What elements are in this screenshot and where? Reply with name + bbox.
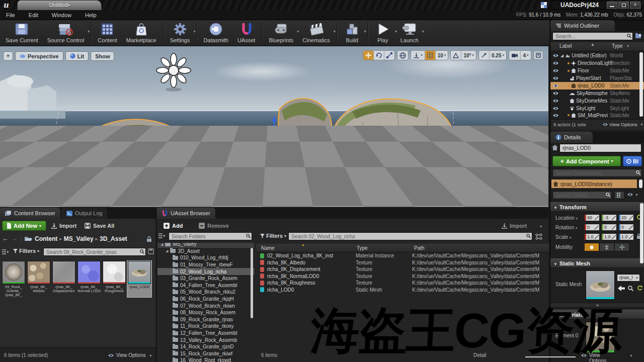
scale-tool-button[interactable] — [384, 51, 394, 60]
view-options-button[interactable]: View Options — [116, 352, 146, 358]
lit-mode-button[interactable]: Lit — [65, 51, 89, 61]
asset-tile-granite-material[interactable]: 09_Rock_ Granite_ rjnas_8K_ — [2, 261, 26, 297]
chevron-down-icon[interactable]: ▾ — [540, 224, 542, 229]
show-menu-button[interactable]: Show — [91, 51, 114, 61]
surface-snap-button[interactable]: ▾ — [411, 51, 425, 60]
outliner-row-skyatmosphere[interactable]: SkyAtmosphe SkyAtmo — [550, 89, 644, 97]
location-y-field[interactable]: -3 — [601, 214, 617, 221]
add-component-button[interactable]: + Add Component ▾ — [552, 156, 621, 166]
asset-search-input[interactable] — [43, 248, 146, 256]
chevron-down-icon[interactable]: ▾ — [334, 29, 336, 34]
tab-uasset-browser[interactable]: UAsset Browser — [156, 208, 215, 219]
static-mesh-section-header[interactable]: ▼Static Mesh — [550, 258, 644, 268]
camera-speed-value[interactable]: 4▾ — [521, 51, 531, 60]
scale-z-field[interactable]: 1.0 — [618, 233, 634, 240]
menu-window[interactable]: Window — [46, 10, 77, 20]
eye-icon[interactable] — [552, 61, 559, 65]
cinematics-button[interactable]: Cinematics ▾ — [298, 20, 334, 46]
reset-mesh-icon[interactable] — [637, 286, 642, 291]
tree-folder[interactable]: 09_Rock_Granite_rjnas — [157, 316, 254, 323]
translate-tool-button[interactable] — [363, 51, 374, 60]
actor-name-field[interactable]: rjnas_LOD0 — [559, 144, 641, 152]
tree-folder[interactable]: 12_Fallen_Tree_Assembl — [157, 330, 254, 337]
asset-tile-normal[interactable]: rjnas_8K_ Normal LOD0 — [77, 261, 101, 297]
static-mesh-dropdown[interactable]: rjnas_l▾ — [617, 274, 640, 282]
tree-folder[interactable]: 13_Valley_Rock_Assemb — [157, 336, 254, 343]
outliner-row-rjnas-lod0[interactable]: rjnas_LOD0 StaticMe — [550, 82, 644, 89]
table-row-normal[interactable]: richa_8K_NormalLOD0 Texture K:/dev/ue/Va… — [256, 273, 547, 280]
asset-tile-displacement[interactable]: rjnas_8K_ Displacemen — [52, 261, 76, 297]
table-row-albedo[interactable]: richa_8K_Albedo Texture K:/dev/ue/VaultC… — [256, 259, 547, 266]
scale-x-field[interactable]: 1.0 — [584, 233, 600, 240]
outliner-row-floor[interactable]: Floor StaticMe — [550, 67, 644, 74]
scale-snap-toggle[interactable] — [479, 51, 490, 60]
save-search-icon[interactable] — [148, 248, 154, 254]
tree-scrollbar[interactable] — [251, 248, 253, 318]
outliner-view-options[interactable]: View Options — [609, 122, 637, 127]
outliner-scrollbar[interactable] — [639, 52, 643, 117]
menu-file[interactable]: File — [0, 10, 21, 20]
tree-folder-selected[interactable]: 02_Wood_Log_richa — [157, 268, 254, 275]
component-row-instance[interactable]: rjnas_LOD0(Instance) — [551, 179, 637, 188]
edit-blueprint-button[interactable]: Bl — [623, 156, 642, 166]
tree-root-ms-valley[interactable]: ◢MS_Valley — [157, 243, 254, 248]
save-all-button[interactable]: Save All — [85, 221, 114, 231]
components-scrollbar[interactable] — [639, 179, 642, 188]
column-path[interactable]: Path — [414, 245, 425, 251]
sources-panel-toggle-icon[interactable] — [2, 249, 9, 255]
perspective-button[interactable]: Perspective — [15, 51, 63, 61]
chevron-down-icon[interactable]: ▾ — [88, 29, 90, 34]
breadcrumb-3d-asset[interactable]: 3D_Asset — [100, 235, 127, 242]
uasset-add-button[interactable]: Add — [164, 221, 183, 231]
chevron-down-icon[interactable]: ▾ — [422, 29, 424, 34]
source-control-button[interactable]: Source Control ▾ — [43, 20, 89, 46]
close-button[interactable]: × — [630, 2, 640, 9]
nav-back-arrow[interactable]: ← — [2, 235, 9, 242]
uasset-search-input[interactable] — [288, 232, 532, 240]
static-mesh-thumbnail[interactable] — [586, 270, 615, 300]
outliner-columns[interactable]: Label ▲ Type ▾ — [550, 42, 644, 51]
location-x-field[interactable]: 90 — [584, 214, 600, 221]
tab-details[interactable]: Details — [550, 132, 593, 143]
tree-toggle-icon[interactable] — [158, 233, 166, 239]
outliner-row-playerstart[interactable]: PlayerStart PlayerSta — [550, 74, 644, 82]
launch-button[interactable]: Launch ▾ — [396, 20, 423, 46]
world-local-toggle[interactable] — [397, 51, 408, 60]
table-row-material-instance[interactable]: 02_Wood_Log_richa_8K_inst Material Insta… — [256, 252, 547, 259]
details-visibility-eye-icon[interactable] — [627, 192, 633, 197]
play-button[interactable]: Play ▾ — [370, 20, 396, 46]
tree-folder[interactable]: 04_Fallen_Tree_Assembl — [157, 282, 254, 289]
rotation-label[interactable]: Rotation ▾ — [555, 225, 578, 230]
details-search-input[interactable] — [552, 191, 612, 199]
maximize-viewport-button[interactable] — [533, 51, 543, 60]
outliner-row-skydomemesh[interactable]: SkyDomeMes StaticMe — [550, 97, 644, 105]
angle-snap-value[interactable]: 10°▾ — [461, 51, 476, 60]
mobility-stationary-button[interactable] — [599, 243, 614, 251]
document-tab[interactable]: Untitled• — [17, 0, 102, 10]
details-grid-view-button[interactable] — [614, 191, 624, 199]
table-row-static-mesh[interactable]: richa_LOD0 Static Mesh K:/dev/ue/VaultCa… — [256, 287, 547, 294]
blueprints-button[interactable]: Blueprints ▾ — [264, 20, 298, 46]
scale-label[interactable]: Scale ▾ — [555, 234, 571, 240]
add-new-button[interactable]: Add New ▾ — [2, 221, 46, 231]
scale-y-field[interactable]: 1.0 — [601, 233, 617, 240]
filters-button[interactable]: Filters▾ — [13, 248, 39, 254]
folder-search-input[interactable] — [169, 232, 252, 240]
asset-tile-rjnas-lod0[interactable]: rjnas_LOD0 — [127, 261, 151, 297]
eye-icon[interactable] — [552, 83, 559, 88]
tree-folder[interactable]: 15_Rock_Granite_rkiwf — [157, 350, 254, 357]
nav-forward-arrow[interactable]: → — [11, 235, 18, 242]
breadcrumb-content[interactable]: Content — [35, 235, 57, 242]
eye-icon[interactable] — [552, 68, 559, 73]
tree-folder[interactable]: 11_Rock_Granite_rkoxy — [157, 323, 254, 330]
chevron-down-icon[interactable]: ▼ — [635, 193, 638, 197]
eye-icon[interactable] — [552, 106, 559, 111]
datasmith-button[interactable]: Datasmith — [199, 20, 233, 46]
outliner-row-sm-matpreview[interactable]: SM_MatPrevi StaticMe — [550, 112, 644, 118]
outliner-row-directionallight[interactable]: DirectionalLight Direction — [550, 59, 644, 67]
table-row-displacement[interactable]: richa_8K_Displacement Texture K:/dev/ue/… — [256, 266, 547, 273]
lock-icon[interactable] — [146, 236, 152, 242]
components-search-input[interactable] — [552, 169, 642, 177]
browse-icon[interactable] — [628, 286, 633, 291]
viewport-options-dropdown[interactable]: ▼ — [3, 51, 13, 61]
